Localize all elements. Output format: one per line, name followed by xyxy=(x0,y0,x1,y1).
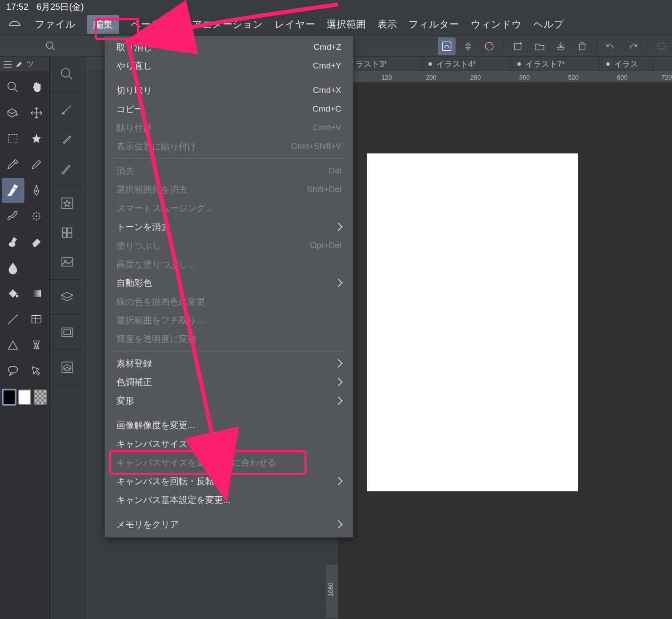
tool-eraser[interactable] xyxy=(25,229,48,254)
canvas[interactable] xyxy=(367,153,578,491)
snap-selection-icon[interactable] xyxy=(438,37,456,55)
document-tab[interactable]: イラスト7* xyxy=(511,57,600,71)
tool-blend[interactable] xyxy=(2,255,24,280)
menu-item-advanced-fill: 高度な塗りつぶし... xyxy=(105,255,353,273)
svg-point-24 xyxy=(36,219,37,221)
menu-item-redo[interactable]: やり直しCmd+Y xyxy=(105,56,353,75)
svg-rect-15 xyxy=(9,135,17,143)
document-tab[interactable]: イラスト4* xyxy=(422,57,511,71)
svg-point-25 xyxy=(38,218,40,219)
expand-icon[interactable] xyxy=(459,37,477,55)
menu-item-change-resolution[interactable]: 画像解像度を変更... xyxy=(105,416,353,434)
menu-item-clear: 消去Del xyxy=(105,161,353,180)
vertical-ruler: 1080 xyxy=(326,565,338,618)
svg-point-21 xyxy=(32,216,34,217)
tool-move[interactable] xyxy=(25,100,48,125)
palette-header[interactable]: ツ xyxy=(0,57,49,72)
ruler-tick: 280 xyxy=(470,74,480,81)
tool-autoSelect[interactable] xyxy=(25,126,48,151)
svg-line-10 xyxy=(658,43,660,44)
chevron-right-icon xyxy=(334,222,343,231)
menu-item-copy[interactable]: コピーCmd+C xyxy=(105,100,353,118)
menu-animation[interactable]: アニメーション xyxy=(192,16,263,33)
redo-icon[interactable] xyxy=(624,37,641,55)
tool-eyedropper[interactable] xyxy=(2,152,24,177)
svg-point-23 xyxy=(33,218,35,219)
tool-ruler-shape[interactable] xyxy=(2,333,24,358)
subtool-3d-icon[interactable] xyxy=(50,353,84,382)
tool-highlighter[interactable] xyxy=(2,178,24,203)
svg-line-11 xyxy=(663,48,664,49)
tool-hand[interactable] xyxy=(25,75,48,100)
menu-item-canvas-basic-settings[interactable]: キャンバス基本設定を変更... xyxy=(105,490,353,509)
document-tab[interactable]: イラス xyxy=(600,57,653,71)
svg-rect-1 xyxy=(442,42,451,51)
menu-layer[interactable]: レイヤー xyxy=(275,16,315,33)
tab-label: イラスト4* xyxy=(436,59,476,69)
menu-item-tonal-correction[interactable]: 色調補正 xyxy=(105,373,353,391)
new-layer-icon[interactable] xyxy=(509,37,527,55)
subtool-frame-icon[interactable] xyxy=(50,247,84,277)
menu-file[interactable]: ファイル xyxy=(35,16,76,33)
tool-airbrush[interactable] xyxy=(25,204,48,229)
save-icon[interactable] xyxy=(552,37,570,55)
tool-speech-bubble[interactable] xyxy=(2,358,24,383)
swatch-background[interactable] xyxy=(18,390,31,405)
ruler-tick: 120 xyxy=(381,74,392,81)
subtool-brush-a-icon[interactable] xyxy=(50,153,84,183)
open-icon[interactable] xyxy=(531,37,548,55)
tool-frame[interactable] xyxy=(25,307,48,332)
menu-item-register-material[interactable]: 素材登録 xyxy=(105,354,353,373)
subtool-zoom-icon[interactable] xyxy=(50,60,84,89)
svg-rect-42 xyxy=(64,330,70,335)
tool-path-move[interactable] xyxy=(25,358,48,383)
menu-filter[interactable]: フィルター xyxy=(408,16,459,33)
menu-item-line-to-drawcolor: 線の色を描画色に変更 xyxy=(105,292,353,311)
tool-text[interactable]: A xyxy=(25,333,48,358)
ruler-tick: 360 xyxy=(519,74,529,81)
swatch-foreground[interactable] xyxy=(3,390,16,405)
tool-fill[interactable] xyxy=(2,281,24,306)
menu-item-cut[interactable]: 切り取りCmd+X xyxy=(105,81,353,100)
tab-label: イラスト7* xyxy=(525,59,565,69)
menu-selection[interactable]: 選択範囲 xyxy=(327,16,366,33)
tool-zoom[interactable] xyxy=(2,75,24,100)
menu-help[interactable]: ヘルプ xyxy=(533,16,564,33)
subtool-decoration-icon[interactable] xyxy=(50,189,84,218)
swatch-transparent[interactable] xyxy=(34,390,47,405)
ruler-tick: 520 xyxy=(568,74,578,81)
subtool-pencil-a-icon[interactable] xyxy=(50,124,84,153)
subtool-grid-icon[interactable] xyxy=(50,218,84,247)
menu-item-clear-memory[interactable]: メモリをクリア xyxy=(105,515,353,534)
menu-window[interactable]: ウィンドウ xyxy=(471,16,522,33)
tool-brush[interactable] xyxy=(2,204,24,229)
menu-item-remove-tone[interactable]: トーンを消去 xyxy=(105,217,353,236)
tool-line[interactable] xyxy=(2,307,24,332)
subtool-layers-icon[interactable] xyxy=(50,282,84,312)
svg-rect-38 xyxy=(68,233,72,237)
subtool-strip xyxy=(50,57,84,619)
tool-marquee[interactable] xyxy=(2,126,24,151)
subtool-panel-icon[interactable] xyxy=(50,318,84,347)
menu-item-transform[interactable]: 変形 xyxy=(105,391,353,410)
menu-item-auto-color[interactable]: 自動彩色 xyxy=(105,273,353,292)
tool-smudge[interactable] xyxy=(2,229,24,254)
subtool-pen-a-icon[interactable] xyxy=(50,95,84,124)
tool-object-move[interactable] xyxy=(2,100,24,125)
record-icon[interactable] xyxy=(480,37,498,55)
svg-point-20 xyxy=(38,213,40,214)
undo-icon[interactable] xyxy=(602,37,620,55)
progress-spinner-icon xyxy=(652,37,670,55)
zoom-fit-button[interactable] xyxy=(42,37,60,55)
tool-pen[interactable] xyxy=(25,178,48,203)
tool-gradient[interactable] xyxy=(25,281,48,306)
tool-palette: ツ A xyxy=(0,57,50,619)
app-logo-icon[interactable] xyxy=(6,16,23,33)
ruler-tick: 600 xyxy=(617,74,627,81)
menu-view[interactable]: 表示 xyxy=(377,16,397,33)
menu-item-undo[interactable]: 取り消しCmd+Z xyxy=(105,38,353,56)
annotation-highlight-menu xyxy=(95,18,139,40)
menu-icon[interactable] xyxy=(4,61,12,68)
tool-pencil[interactable] xyxy=(25,152,48,177)
delete-icon[interactable] xyxy=(573,37,591,55)
